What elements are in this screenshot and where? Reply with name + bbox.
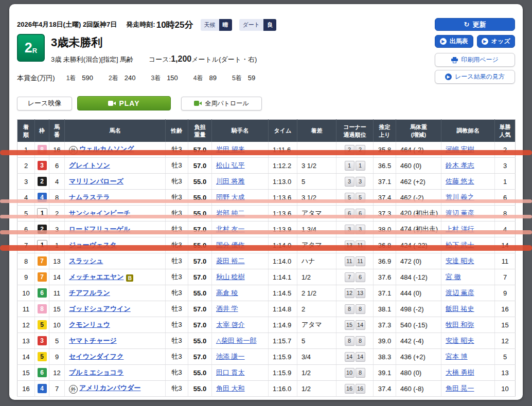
corner-passing-order: 76 xyxy=(336,269,374,285)
frame-badge: 7 xyxy=(38,272,47,282)
trainer-link[interactable]: 松下 武士 xyxy=(446,241,474,249)
sex-age: 牡3 xyxy=(166,222,188,237)
sex-age: 牝3 xyxy=(166,190,188,206)
horse-link[interactable]: ロードフリューゲル xyxy=(69,225,130,233)
frame-number-cell: 8 xyxy=(35,301,49,317)
corner-passing-order: 1311 xyxy=(336,237,374,253)
odds-button[interactable]: ▶ オッズ xyxy=(477,35,516,48)
margin: 1 3/4 xyxy=(297,222,336,237)
jockey-link[interactable]: 秋山 稔樹 xyxy=(216,273,245,281)
jockey-link[interactable]: 田口 貫太 xyxy=(216,368,245,376)
jockey-link[interactable]: 池添 謙一 xyxy=(216,353,245,360)
margin: 3 1/2 xyxy=(297,158,336,174)
horse-link[interactable]: プルミエショコラ xyxy=(69,368,123,376)
jockey-link[interactable]: 国分 優作 xyxy=(216,241,245,249)
jockey-cell: 松山 弘平 xyxy=(212,158,269,174)
corner-position-box: 11 xyxy=(345,256,354,266)
horse-link[interactable]: スラッシュ xyxy=(69,257,103,265)
trainer-link[interactable]: 角田 晃一 xyxy=(446,384,474,392)
jockey-link[interactable]: 高倉 稜 xyxy=(216,289,238,297)
trainer-link[interactable]: 安達 昭夫 xyxy=(446,257,474,265)
horse-link[interactable]: アメリカンパウダー xyxy=(79,384,140,392)
horse-link[interactable]: メッチャエエヤン xyxy=(69,273,123,281)
patrol-video-button[interactable]: 全周パトロール xyxy=(181,97,262,110)
trainer-link[interactable]: 渡辺 薫彦 xyxy=(446,209,474,217)
prize-item: 5着59 xyxy=(232,74,255,83)
horse-body-weight: 442 (-4) xyxy=(396,333,441,349)
horse-link[interactable]: サンシャインビーチ xyxy=(69,209,130,217)
horse-name-cell: 外ウェルカムソング xyxy=(65,142,166,158)
finish-time: 1:14.9 xyxy=(269,317,297,333)
race-conditions-row: 3歳 未勝利(混合)[指定] 馬齢 コース:1,200メートル(ダート・右) xyxy=(51,54,257,64)
prize-place: 5着 xyxy=(232,74,242,83)
trainer-cell: 佐藤 悠太 xyxy=(441,174,495,190)
jockey-link[interactable]: 岩田 望来 xyxy=(216,145,245,153)
trainer-link[interactable]: 安達 昭夫 xyxy=(446,337,474,344)
results-header-row: 着 順枠馬 番馬名性齢負担 重量騎手名タイム着差コーナー 通過順位推定 上り馬体… xyxy=(17,120,516,142)
arrow-circle-icon: ▶ xyxy=(445,73,452,80)
jockey-link[interactable]: 太宰 啓介 xyxy=(216,321,245,328)
corner-position-box: 3 xyxy=(345,225,354,234)
jockey-link[interactable]: 団野 大成 xyxy=(216,193,245,201)
trainer-cell: 鈴木 孝志 xyxy=(441,158,495,174)
trainer-cell: 河嶋 宏樹 xyxy=(441,142,495,158)
finish-time: 1:13.6 xyxy=(269,206,297,222)
entry-table-button[interactable]: ▶ 出馬表 xyxy=(435,35,473,48)
corner-position-box: 5 xyxy=(356,193,365,202)
win-popularity: 6 xyxy=(495,190,516,206)
race-result-page: ↻ 更新 ▶ 出馬表 ▶ オッズ 印刷用ページ ▶ レース結果の見方 xyxy=(9,4,523,400)
finish-time: 1:14.1 xyxy=(269,269,297,285)
race-video-button[interactable]: レース映像 xyxy=(17,97,72,110)
trainer-link[interactable]: 上村 洋行 xyxy=(446,225,474,233)
trainer-link[interactable]: 宮 徹 xyxy=(446,273,461,281)
horse-link[interactable]: セイウンダイフク xyxy=(69,353,123,360)
horse-link[interactable]: クモンリュウ xyxy=(69,321,110,328)
trainer-link[interactable]: 牧田 和弥 xyxy=(446,321,474,328)
refresh-button[interactable]: ↻ 更新 xyxy=(435,18,515,31)
jockey-link[interactable]: 川田 将雅 xyxy=(216,177,245,185)
trainer-link[interactable]: 宮本 博 xyxy=(446,353,468,360)
horse-number: 14 xyxy=(49,269,65,285)
horse-link[interactable]: ゴッドシュアウイン xyxy=(69,305,131,312)
horse-link[interactable]: マリリンバローズ xyxy=(69,177,123,185)
trainer-link[interactable]: 鈴木 孝志 xyxy=(446,161,474,169)
trainer-link[interactable]: 河嶋 宏樹 xyxy=(446,145,474,153)
horse-link[interactable]: ジョーヴェスタ xyxy=(69,241,117,249)
corner-position-box: 15 xyxy=(345,320,354,330)
print-page-button[interactable]: 印刷用ページ xyxy=(435,53,515,67)
horse-name-cell: クモンリュウ xyxy=(65,317,166,333)
corner-position-box: 8 xyxy=(356,368,365,378)
jockey-link[interactable]: 角田 大和 xyxy=(216,384,245,392)
corner-passing-order: 33 xyxy=(336,222,374,237)
foreign-bred-mark: 外 xyxy=(69,385,78,394)
jockey-cell: 酒井 学 xyxy=(212,301,269,317)
trainer-link[interactable]: 佐藤 悠太 xyxy=(446,177,474,185)
win-popularity: 14 xyxy=(495,237,516,253)
jockey-link[interactable]: 北村 友一 xyxy=(216,225,245,233)
horse-number: 6 xyxy=(49,158,65,174)
result-guide-button[interactable]: ▶ レース結果の見方 xyxy=(435,70,515,84)
odds-label: オッズ xyxy=(491,37,510,46)
frame-badge: 3 xyxy=(38,161,47,170)
horse-link[interactable]: チアフルラン xyxy=(69,289,110,297)
horse-link[interactable]: ヤマトチャージ xyxy=(69,337,117,344)
jockey-link[interactable]: 酒井 学 xyxy=(216,305,238,312)
finish-time: 1:14.0 xyxy=(269,237,297,253)
play-button[interactable]: PLAY xyxy=(77,96,171,110)
jockey-link[interactable]: 松山 弘平 xyxy=(216,161,245,169)
horse-link[interactable]: ウェルカムソング xyxy=(79,145,134,153)
estimated-last-3f: 38.3 xyxy=(374,349,396,365)
trainer-link[interactable]: 飯田 祐史 xyxy=(446,305,474,312)
jockey-link[interactable]: 菱田 裕二 xyxy=(216,257,245,265)
horse-link[interactable]: ナムラステラ xyxy=(69,193,110,201)
trainer-link[interactable]: 渡辺 薫彦 xyxy=(446,289,474,297)
trainer-link[interactable]: 荒川 義之 xyxy=(446,193,474,201)
trainer-link[interactable]: 大橋 勇樹 xyxy=(446,368,474,376)
carried-weight: 57.0 xyxy=(188,269,212,285)
corner-position-box: 3 xyxy=(345,177,354,187)
jockey-link[interactable]: △柴田 裕一郎 xyxy=(216,337,257,344)
corner-position-box: 8 xyxy=(356,336,365,346)
horse-link[interactable]: グレイトソン xyxy=(69,161,110,169)
win-popularity: 5 xyxy=(495,349,516,365)
jockey-link[interactable]: 岩部 純二 xyxy=(216,209,245,217)
